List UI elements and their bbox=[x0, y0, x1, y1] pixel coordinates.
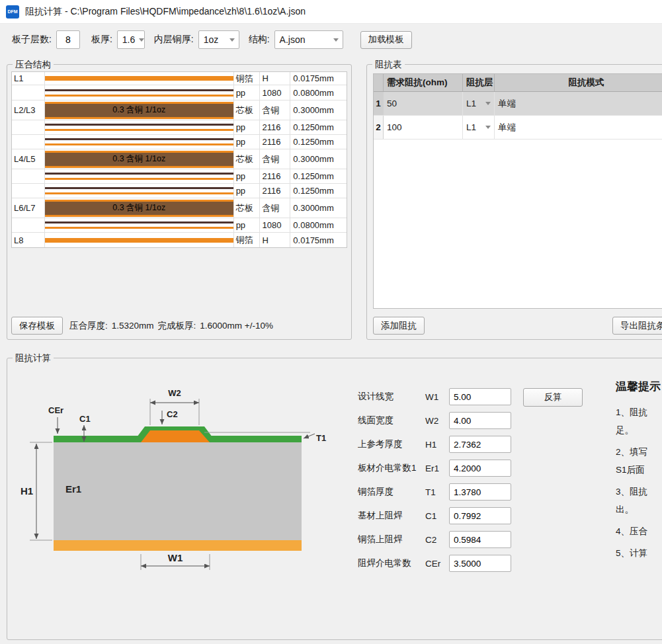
layer-thickness: 0.3000mm bbox=[290, 101, 347, 120]
field-label: 线面宽度 bbox=[358, 415, 425, 426]
layer-name: L2/L3 bbox=[12, 101, 45, 120]
inner-copper-select[interactable]: 1oz bbox=[198, 30, 239, 49]
layer-name bbox=[12, 218, 45, 232]
load-template-button[interactable]: 加载模板 bbox=[360, 31, 412, 49]
stackup-row-l4l5[interactable]: L4/L5 0.3 含铜 1/1oz 芯板 含铜 0.3000mm bbox=[12, 149, 347, 169]
impedance-value-cell[interactable]: 50 bbox=[384, 92, 463, 115]
impedance-table: 需求阻抗(ohm) 阻抗层 阻抗模式 1 50 L1 单端 2 100 L1 bbox=[373, 73, 662, 309]
copper-bar bbox=[45, 238, 233, 243]
structure-value: A.json bbox=[280, 34, 306, 45]
mode-select-value: 单端 bbox=[498, 98, 516, 110]
bottom-copper-shape bbox=[54, 540, 302, 551]
field-row: 基材上阻焊 C1 bbox=[358, 507, 511, 524]
material-spec: 含铜 bbox=[260, 198, 291, 218]
export-impedance-button[interactable]: 导出阻抗条参 bbox=[612, 317, 662, 335]
tip-line: 足。 bbox=[616, 421, 662, 439]
field-symbol: H1 bbox=[425, 440, 449, 450]
material-type: pp bbox=[234, 218, 260, 232]
stackup-panel: 压合结构 L1 铜箔 H 0.0175mm pp 1080 0.0800mm L… bbox=[7, 64, 352, 340]
impedance-value-cell[interactable]: 100 bbox=[384, 116, 463, 139]
layer-select-value: L1 bbox=[466, 122, 476, 132]
field-label: 基材上阻焊 bbox=[358, 510, 425, 522]
layer-thickness: 0.3000mm bbox=[290, 198, 347, 218]
mask-on-substrate-input[interactable] bbox=[449, 507, 511, 524]
row-number: 1 bbox=[374, 92, 384, 115]
tip-line: 4、压合 bbox=[616, 522, 662, 540]
stackup-row-l8[interactable]: L8 铜箔 H 0.0175mm bbox=[12, 233, 347, 247]
material-type: 芯板 bbox=[234, 149, 260, 169]
board-thickness-select[interactable]: 1.6 bbox=[117, 30, 145, 49]
stackup-row-pp[interactable]: pp 1080 0.0800mm bbox=[12, 218, 347, 233]
inner-copper-label: 内层铜厚: bbox=[154, 34, 194, 46]
mask-dielectric-input[interactable] bbox=[449, 555, 511, 572]
structure-label: 结构: bbox=[249, 34, 270, 46]
impedance-row[interactable]: 1 50 L1 单端 bbox=[374, 92, 662, 116]
chevron-down-icon bbox=[485, 126, 491, 129]
cross-section-diagram: W2 C2 CEr C1 T1 H1 Er1 W1 bbox=[14, 368, 351, 580]
titlebar: DFM 阻抗计算 - C:\Program Files\HQDFM\impeda… bbox=[0, 0, 662, 24]
chevron-down-icon bbox=[485, 102, 491, 105]
field-symbol: Er1 bbox=[425, 463, 449, 473]
material-type: 芯板 bbox=[234, 101, 260, 120]
core-bar: 0.3 含铜 1/1oz bbox=[45, 200, 233, 217]
ref-height-input[interactable] bbox=[449, 436, 511, 453]
stackup-row-l1[interactable]: L1 铜箔 H 0.0175mm bbox=[12, 72, 347, 85]
calc-panel-title: 阻抗计算 bbox=[13, 352, 54, 364]
dielectric-constant-input[interactable] bbox=[449, 460, 511, 477]
layer-thickness: 0.0175mm bbox=[290, 72, 347, 85]
material-spec: 2116 bbox=[260, 169, 291, 183]
reverse-calc-button[interactable]: 反算 bbox=[523, 388, 583, 407]
layer-thickness: 0.1250mm bbox=[290, 184, 347, 198]
prepreg-bar bbox=[45, 187, 233, 194]
field-row: 上参考厚度 H1 bbox=[358, 436, 511, 453]
tip-line: 出。 bbox=[616, 501, 662, 518]
h1-label: H1 bbox=[21, 485, 33, 497]
prepreg-bar bbox=[45, 173, 233, 180]
material-type: pp bbox=[234, 169, 260, 183]
layer-select[interactable]: L1 bbox=[463, 116, 495, 139]
layer-name bbox=[12, 184, 45, 198]
layer-name: L6/L7 bbox=[12, 198, 45, 218]
stackup-panel-title: 压合结构 bbox=[13, 59, 54, 71]
laminate-thickness-value: 1.5320mm bbox=[112, 321, 154, 331]
toolbar: 板子层数: 板厚: 1.6 内层铜厚: 1oz 结构: A.json 加载模板 bbox=[12, 30, 412, 49]
structure-select[interactable]: A.json bbox=[274, 30, 343, 49]
stackup-row-l6l7[interactable]: L6/L7 0.3 含铜 1/1oz 芯板 含铜 0.3000mm bbox=[12, 198, 347, 218]
copper-thickness-input[interactable] bbox=[449, 483, 511, 501]
core-bar: 0.3 含铜 1/1oz bbox=[45, 102, 233, 119]
trace-top-width-input[interactable] bbox=[449, 412, 511, 429]
cer-label: CEr bbox=[48, 405, 63, 415]
field-row: 铜箔厚度 T1 bbox=[358, 483, 511, 501]
stackup-row-pp[interactable]: pp 2116 0.1250mm bbox=[12, 184, 347, 198]
stackup-table: L1 铜箔 H 0.0175mm pp 1080 0.0800mm L2/L3 … bbox=[11, 71, 347, 248]
stackup-row-pp[interactable]: pp 2116 0.1250mm bbox=[12, 169, 347, 184]
layer-thickness: 0.3000mm bbox=[290, 149, 347, 169]
mode-select[interactable]: 单端 bbox=[495, 92, 662, 115]
board-layers-input[interactable] bbox=[56, 30, 80, 49]
field-label: 设计线宽 bbox=[358, 391, 425, 403]
prepreg-bar bbox=[45, 138, 233, 145]
impedance-row[interactable]: 2 100 L1 单端 bbox=[374, 116, 662, 140]
tip-line: 3、阻抗 bbox=[616, 483, 662, 501]
stackup-row-pp[interactable]: pp 1080 0.0800mm bbox=[12, 85, 347, 101]
row-number: 2 bbox=[374, 116, 384, 139]
prepreg-bar bbox=[45, 221, 233, 229]
tip-line: 5、计算 bbox=[616, 544, 662, 562]
layer-select[interactable]: L1 bbox=[463, 92, 495, 115]
mask-on-copper-input[interactable] bbox=[449, 531, 511, 548]
material-type: 芯板 bbox=[234, 198, 260, 218]
stackup-row-l2l3[interactable]: L2/L3 0.3 含铜 1/1oz 芯板 含铜 0.3000mm bbox=[12, 101, 347, 120]
stackup-row-pp[interactable]: pp 2116 0.1250mm bbox=[12, 120, 347, 135]
design-width-input[interactable] bbox=[449, 388, 511, 405]
save-template-button[interactable]: 保存模板 bbox=[11, 317, 63, 335]
w2-label: W2 bbox=[168, 388, 181, 398]
material-type: pp bbox=[234, 85, 260, 100]
header-impedance: 需求阻抗(ohm) bbox=[384, 74, 463, 91]
field-label: 铜箔上阻焊 bbox=[358, 534, 425, 545]
c2-label: C2 bbox=[167, 409, 178, 419]
add-impedance-button[interactable]: 添加阻抗 bbox=[373, 317, 425, 335]
mode-select[interactable]: 单端 bbox=[495, 116, 662, 139]
field-symbol: C2 bbox=[425, 535, 449, 545]
stackup-row-pp[interactable]: pp 2116 0.1250mm bbox=[12, 135, 347, 149]
material-spec: 1080 bbox=[260, 218, 291, 232]
